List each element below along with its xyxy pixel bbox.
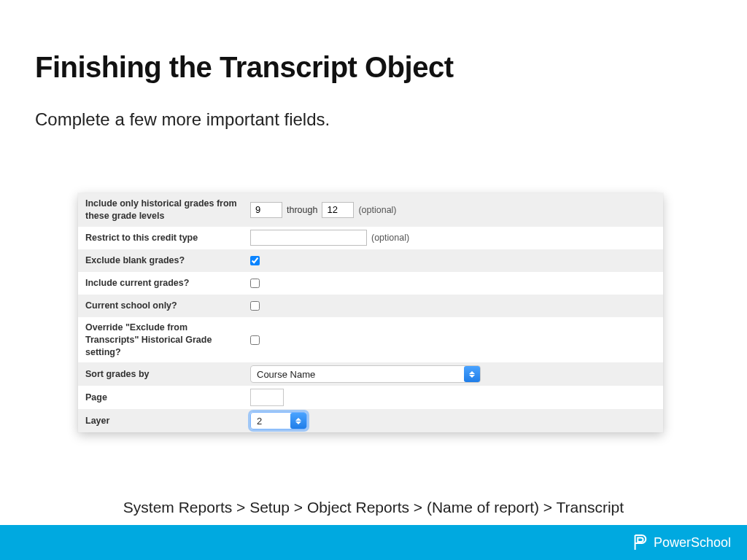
override-exclude-checkbox[interactable] (250, 335, 260, 345)
grade-from-input[interactable] (250, 202, 282, 218)
layer-select[interactable]: 2 (250, 412, 307, 429)
row-override-exclude: Override "Exclude from Transcripts" Hist… (78, 317, 663, 363)
row-credit-type: Restrict to this credit type (optional) (78, 227, 663, 249)
brand-logo: PowerSchool (632, 533, 731, 552)
label-sort: Sort grades by (78, 364, 246, 385)
row-grade-levels: Include only historical grades from thes… (78, 193, 663, 227)
row-include-current: Include current grades? (78, 272, 663, 295)
label-override-exclude: Override "Exclude from Transcripts" Hist… (78, 317, 246, 363)
slide-title: Finishing the Transcript Object (35, 51, 453, 84)
label-page: Page (78, 387, 246, 408)
page-input[interactable] (250, 389, 284, 406)
label-layer: Layer (78, 411, 246, 432)
sort-select-value: Course Name (257, 369, 315, 380)
brand-text: PowerSchool (654, 535, 731, 551)
grade-to-input[interactable] (322, 202, 354, 218)
through-text: through (287, 205, 317, 215)
row-layer: Layer 2 (78, 409, 663, 432)
row-current-school: Current school only? (78, 295, 663, 317)
current-school-checkbox[interactable] (250, 301, 260, 311)
settings-panel: Include only historical grades from thes… (78, 193, 663, 432)
label-include-current: Include current grades? (78, 273, 246, 294)
slide-subtitle: Complete a few more important fields. (35, 109, 330, 130)
select-stepper-icon (464, 366, 480, 382)
sort-select[interactable]: Course Name (250, 365, 481, 383)
label-grade-levels: Include only historical grades from thes… (78, 193, 246, 227)
layer-select-value: 2 (257, 416, 262, 427)
row-page: Page (78, 386, 663, 409)
footer-bar: PowerSchool (0, 525, 747, 560)
exclude-blank-checkbox[interactable] (250, 256, 260, 265)
breadcrumb: System Reports > Setup > Object Reports … (0, 499, 747, 516)
select-stepper-icon (290, 413, 306, 429)
optional-hint: (optional) (371, 233, 409, 243)
optional-hint: (optional) (358, 205, 396, 215)
credit-type-input[interactable] (250, 230, 367, 246)
include-current-checkbox[interactable] (250, 279, 260, 288)
label-credit-type: Restrict to this credit type (78, 228, 246, 249)
row-sort: Sort grades by Course Name (78, 362, 663, 386)
powerschool-icon (632, 533, 648, 552)
row-exclude-blank: Exclude blank grades? (78, 249, 663, 272)
label-current-school: Current school only? (78, 295, 246, 316)
label-exclude-blank: Exclude blank grades? (78, 250, 246, 271)
